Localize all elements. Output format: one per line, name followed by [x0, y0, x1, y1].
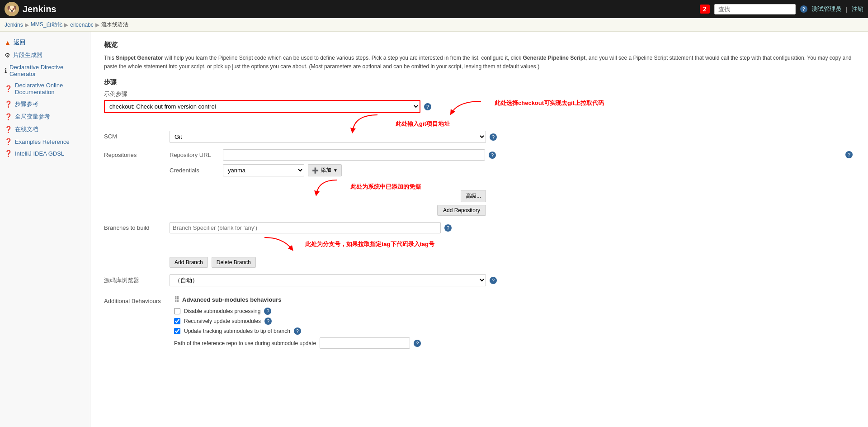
source-browser-content: （自动） ?: [170, 274, 854, 286]
delete-branch-button[interactable]: Delete Branch: [212, 257, 256, 268]
credentials-label: Credentials: [170, 167, 219, 174]
update-tracking-help[interactable]: ?: [294, 327, 301, 335]
behaviour-item-4: Path of the reference repo to use during…: [174, 337, 421, 349]
sidebar-item-declarative-gen[interactable]: ℹ Declarative Directive Generator: [0, 62, 90, 80]
sidebar-item-snippet[interactable]: ⚙ 片段生成器: [0, 49, 90, 62]
question-icon-2: ❓: [5, 100, 12, 108]
update-tracking-label: Update tracking submodules to tip of bra…: [184, 328, 290, 334]
recursively-update-help[interactable]: ?: [264, 318, 272, 325]
sidebar-global-var-label[interactable]: 全局变量参考: [15, 113, 50, 121]
sidebar-snippet-label[interactable]: 片段生成器: [13, 51, 42, 59]
disable-submodules-help[interactable]: ?: [264, 308, 271, 315]
credentials-select[interactable]: yanma: [223, 164, 304, 176]
path-ref-help[interactable]: ?: [414, 340, 421, 347]
annotation-step-text: 此处选择checkout可实现去git上拉取代码: [495, 99, 604, 107]
question-icon-6: ❓: [5, 150, 12, 157]
update-tracking-checkbox[interactable]: [174, 328, 180, 334]
source-browser-row: 源码库浏览器 （自动） ?: [104, 274, 854, 286]
sidebar: ▲ 返回 ⚙ 片段生成器 ℹ Declarative Directive Gen…: [0, 32, 90, 427]
sidebar-examples-label[interactable]: Examples Reference: [15, 138, 70, 145]
additional-label: Additional Behaviours: [104, 295, 170, 304]
disable-submodules-label: Disable submodules processing: [184, 308, 260, 314]
additional-behaviours-section: Additional Behaviours ⠿ Advanced sub-mod…: [104, 295, 854, 351]
question-icon-3: ❓: [5, 113, 12, 120]
source-browser-label: 源码库浏览器: [104, 274, 170, 285]
sidebar-intellij-label[interactable]: IntelliJ IDEA GDSL: [15, 150, 64, 157]
disable-submodules-checkbox[interactable]: [174, 308, 180, 314]
sidebar-online-doc-label[interactable]: 在线文档: [15, 125, 38, 133]
add-branch-button[interactable]: Add Branch: [170, 257, 208, 268]
behaviour-title-text: Advanced sub-modules behaviours: [182, 296, 282, 303]
breadcrumb-arrow-1: ▶: [25, 22, 29, 28]
scm-content: Git ? 此处输入git项目地址: [170, 131, 854, 143]
sidebar-back[interactable]: ▲ 返回: [0, 36, 90, 49]
drag-icon: ⠿: [174, 295, 179, 304]
path-ref-label: Path of the reference repo to use during…: [174, 340, 316, 346]
logo-area: 🐶 Jenkins: [5, 2, 700, 16]
repositories-help-icon[interactable]: ?: [845, 151, 853, 158]
user-link[interactable]: 测试管理员: [812, 5, 841, 13]
main-layout: ▲ 返回 ⚙ 片段生成器 ℹ Declarative Directive Gen…: [0, 32, 868, 427]
breadcrumb-arrow-3: ▶: [95, 22, 99, 28]
breadcrumb-jenkins[interactable]: Jenkins: [5, 22, 23, 28]
search-input[interactable]: [714, 4, 796, 14]
behaviour-item-1: Disable submodules processing ?: [174, 308, 421, 315]
breadcrumb: Jenkins ▶ MMS_自动化 ▶ eileenabc ▶ 流水线语法: [0, 18, 868, 32]
behaviour-section-title: ⠿ Advanced sub-modules behaviours: [174, 295, 421, 304]
header-help-icon[interactable]: ?: [800, 5, 807, 13]
logout-link[interactable]: 注销: [852, 5, 863, 13]
repo-url-help-icon[interactable]: ?: [489, 152, 496, 159]
annotation-url-text: 此处输入git项目地址: [396, 120, 450, 128]
sidebar-declarative-gen-label[interactable]: Declarative Directive Generator: [9, 64, 85, 77]
app-title: Jenkins: [23, 4, 56, 14]
repo-help-area: ?: [844, 149, 854, 158]
example-step-select[interactable]: checkout: Check out from version control: [104, 100, 420, 113]
source-browser-help-icon[interactable]: ?: [490, 277, 497, 284]
breadcrumb-mms[interactable]: MMS_自动化: [31, 21, 63, 28]
branches-label: Branches to build: [104, 222, 170, 231]
annotation-branch-text: 此处为分支号，如果拉取指定tag下代码录入tag号: [305, 240, 434, 248]
add-credential-button[interactable]: ➕ 添加 ▼: [308, 164, 342, 176]
sidebar-item-step-ref[interactable]: ❓ 步骤参考: [0, 98, 90, 110]
sidebar-item-declarative-online[interactable]: ❓ Declarative Online Documentation: [0, 80, 90, 98]
jenkins-logo: 🐶: [5, 2, 19, 16]
caret-icon: ▼: [333, 168, 338, 173]
sidebar-item-examples[interactable]: ❓ Examples Reference: [0, 136, 90, 147]
overview-text: This Snippet Generator will help you lea…: [104, 54, 854, 71]
question-icon-4: ❓: [5, 126, 12, 133]
advanced-button[interactable]: 高级...: [461, 190, 486, 202]
annotation-arrow-2: [350, 113, 387, 135]
recursively-update-checkbox[interactable]: [174, 318, 180, 324]
scm-row: SCM Git ?: [104, 131, 854, 143]
source-browser-select[interactable]: （自动）: [170, 274, 486, 286]
breadcrumb-eileenabc[interactable]: eileenabc: [70, 22, 93, 28]
step-help-icon[interactable]: ?: [424, 103, 431, 110]
repositories-content: Repository URL ssh://g nterfaceTest.git …: [170, 149, 844, 216]
scm-help-icon[interactable]: ?: [490, 133, 497, 141]
add-cred-icon: ➕: [312, 167, 319, 174]
example-step-label: 示例步骤: [104, 90, 127, 98]
question-icon-5: ❓: [5, 138, 12, 145]
annotation-cred-text: 此处为系统中已添加的凭据: [350, 183, 421, 191]
breadcrumb-arrow-2: ▶: [64, 22, 68, 28]
branch-help-icon[interactable]: ?: [444, 224, 452, 232]
steps-label: 步骤: [104, 78, 854, 86]
sidebar-declarative-online-label[interactable]: Declarative Online Documentation: [15, 82, 85, 95]
sidebar-item-online-doc[interactable]: ❓ 在线文档: [0, 123, 90, 136]
branch-input[interactable]: */master: [170, 222, 441, 233]
add-repository-button[interactable]: Add Repository: [437, 205, 486, 216]
repo-url-input[interactable]: ssh://g nterfaceTest.git: [223, 149, 485, 161]
sidebar-back-label[interactable]: 返回: [14, 38, 25, 47]
repositories-row: Repositories Repository URL ssh://g nter…: [104, 149, 854, 216]
sidebar-step-ref-label[interactable]: 步骤参考: [15, 100, 38, 108]
sidebar-item-global-var[interactable]: ❓ 全局变量参考: [0, 110, 90, 123]
info-icon-1: ℹ: [5, 67, 7, 74]
sidebar-item-intellij[interactable]: ❓ IntelliJ IDEA GDSL: [0, 147, 90, 159]
path-ref-input[interactable]: [320, 337, 410, 349]
behaviour-item-3: Update tracking submodules to tip of bra…: [174, 327, 421, 335]
notification-badge[interactable]: 2: [700, 5, 710, 14]
separator: |: [846, 6, 847, 13]
annotation-arrow-1: [449, 99, 486, 117]
header-right: 2 ? 测试管理员 | 注销: [700, 4, 863, 14]
branches-content: */master ? 此处为分支号，如果拉取指定tag下代码录入tag号: [170, 222, 854, 268]
